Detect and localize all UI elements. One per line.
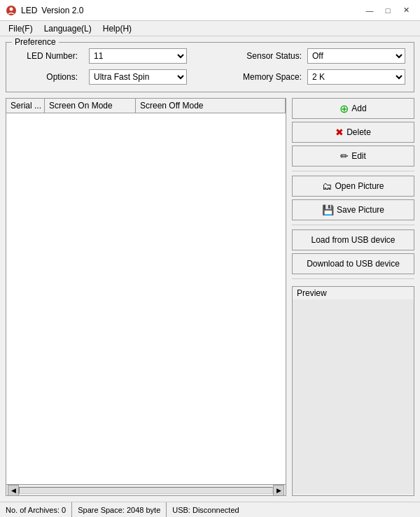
main-content: Preference LED Number: 11 1 2 4 6 8 10 1… xyxy=(0,36,420,502)
options-select[interactable]: Ultra Fast Spin Normal Spin Slow Spin xyxy=(89,69,187,85)
minimize-button[interactable]: — xyxy=(361,3,378,18)
pref-row-1: LED Number: 11 1 2 4 6 8 10 12 Sensor St… xyxy=(15,48,405,64)
open-picture-label: Open Picture xyxy=(335,181,384,191)
save-picture-button[interactable]: 💾 Save Picture xyxy=(292,199,414,220)
separator-2 xyxy=(292,225,414,225)
memory-space-container: Memory Space: 2 K 4 K 8 K 16 K xyxy=(239,69,405,85)
svg-point-1 xyxy=(10,7,13,10)
table-wrapper: Serial ... Screen On Mode Screen Off Mod… xyxy=(6,98,286,496)
sensor-status-select[interactable]: Off On xyxy=(307,48,405,64)
col-serial-header: Serial ... xyxy=(6,99,45,113)
download-usb-button[interactable]: Download to USB device xyxy=(292,253,414,274)
add-button[interactable]: ⊕ Add xyxy=(292,98,414,119)
app-title: LED xyxy=(21,6,37,15)
save-picture-label: Save Picture xyxy=(337,205,384,215)
app-version: Version 2.0 xyxy=(41,6,83,15)
table-header: Serial ... Screen On Mode Screen Off Mod… xyxy=(6,99,286,113)
add-button-label: Add xyxy=(351,104,366,113)
delete-button-label: Delete xyxy=(346,127,371,137)
status-archives: No. of Archives: 0 xyxy=(0,502,72,517)
edit-button[interactable]: ✏ Edit xyxy=(292,146,414,167)
load-usb-button[interactable]: Load from USB device xyxy=(292,229,414,250)
sensor-status-label: Sensor Status: xyxy=(239,51,302,61)
preview-canvas xyxy=(293,299,414,494)
delete-button[interactable]: ✖ Delete xyxy=(292,122,414,143)
add-icon: ⊕ xyxy=(340,102,349,115)
pref-row-2: Options: Ultra Fast Spin Normal Spin Slo… xyxy=(15,69,405,85)
download-usb-label: Download to USB device xyxy=(307,259,400,269)
scroll-track[interactable] xyxy=(19,487,273,494)
sensor-status-container: Sensor Status: Off On xyxy=(239,48,405,64)
led-number-select[interactable]: 11 1 2 4 6 8 10 12 xyxy=(89,48,187,64)
maximize-button[interactable]: □ xyxy=(379,3,396,18)
preview-group: Preview xyxy=(292,286,414,496)
preference-group: Preference LED Number: 11 1 2 4 6 8 10 1… xyxy=(6,42,414,92)
title-bar-left: LED Version 2.0 xyxy=(6,5,83,16)
menu-bar: File(F) Language(L) Help(H) xyxy=(0,21,420,36)
delete-icon: ✖ xyxy=(335,127,344,138)
menu-language[interactable]: Language(L) xyxy=(38,22,97,35)
memory-space-label: Memory Space: xyxy=(239,72,302,82)
save-picture-icon: 💾 xyxy=(322,204,334,215)
col-screen-off-header: Screen Off Mode xyxy=(136,99,286,113)
title-bar: LED Version 2.0 — □ ✕ xyxy=(0,0,420,21)
preference-label: Preference xyxy=(12,37,59,47)
edit-icon: ✏ xyxy=(340,150,349,162)
open-picture-button[interactable]: 🗂 Open Picture xyxy=(292,176,414,197)
load-usb-label: Load from USB device xyxy=(311,235,395,245)
led-number-label: LED Number: xyxy=(15,51,78,61)
data-area: Serial ... Screen On Mode Screen Off Mod… xyxy=(6,98,414,496)
table-body[interactable] xyxy=(6,113,286,484)
window-controls: — □ ✕ xyxy=(361,3,414,18)
status-bar: No. of Archives: 0 Spare Space: 2048 byt… xyxy=(0,502,420,517)
scroll-right-button[interactable]: ▶ xyxy=(273,485,284,496)
separator-3 xyxy=(292,278,414,279)
col-screen-on-header: Screen On Mode xyxy=(45,99,136,113)
edit-button-label: Edit xyxy=(351,151,366,161)
horizontal-scrollbar[interactable]: ◀ ▶ xyxy=(6,484,286,495)
scroll-left-button[interactable]: ◀ xyxy=(8,485,19,496)
app-icon xyxy=(6,5,17,16)
button-panel: ⊕ Add ✖ Delete ✏ Edit 🗂 Open Picture 💾 S… xyxy=(292,98,414,496)
open-picture-icon: 🗂 xyxy=(322,180,332,192)
menu-file[interactable]: File(F) xyxy=(3,22,38,35)
menu-help[interactable]: Help(H) xyxy=(97,22,137,35)
memory-space-select[interactable]: 2 K 4 K 8 K 16 K xyxy=(307,69,405,85)
options-label: Options: xyxy=(15,72,78,82)
separator-1 xyxy=(292,171,414,171)
status-spare-space: Spare Space: 2048 byte xyxy=(72,502,167,517)
close-button[interactable]: ✕ xyxy=(398,3,414,18)
preview-label: Preview xyxy=(293,287,414,299)
status-usb: USB: Disconnected xyxy=(167,502,244,517)
